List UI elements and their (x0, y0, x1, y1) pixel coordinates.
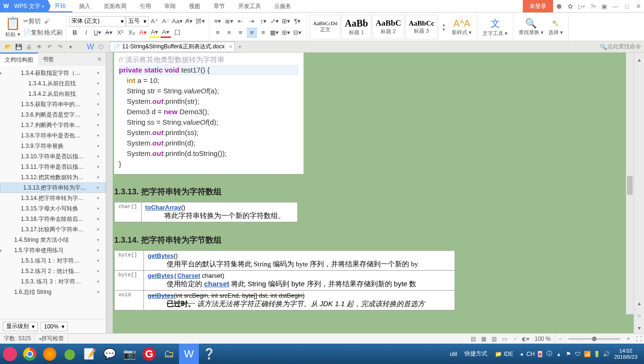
preview-icon[interactable]: 👁 (34, 44, 45, 50)
align-center-icon[interactable]: ≡ (224, 27, 234, 38)
tabs-icon[interactable]: ⊞▾ (281, 16, 291, 27)
paste-button[interactable]: 📋粘贴 ▾ (3, 15, 22, 39)
taskbar-spring-icon[interactable]: ⬤ (60, 344, 80, 364)
scroll-thumb[interactable] (627, 176, 633, 195)
zoom-handle[interactable] (592, 337, 597, 341)
outline-item[interactable]: 1.5.2.练习 2：统计指…▾ (0, 266, 106, 276)
tray-battery-icon[interactable]: 🔋 (592, 351, 601, 357)
view-icon5[interactable]: ▫ (510, 336, 520, 342)
close-icon[interactable]: ✕ (633, 0, 644, 12)
tab-review[interactable]: 审阅 (158, 0, 182, 12)
text-tool-button[interactable]: 文文字工具 ▾ (481, 15, 510, 39)
shrink-font-icon[interactable]: A⁻ (161, 16, 171, 27)
outline-item[interactable]: 1.3.17.比较两个字符串…▾ (0, 224, 106, 235)
select-button[interactable]: ↖选择 ▾ (546, 15, 565, 39)
taskbar-firefox-icon[interactable] (40, 344, 60, 364)
align-dist-icon[interactable]: ≡ (258, 27, 268, 38)
bold-icon[interactable]: B (70, 27, 80, 38)
outline-item[interactable]: 1.3.4.1.从前往后找▾ (0, 78, 106, 89)
view-print-icon[interactable]: ▤ (468, 336, 479, 342)
outline-item[interactable]: 1.3.15.字母大小写转换▾ (0, 203, 106, 214)
outline-item[interactable]: 1.5.3. 练习 3：对字符…▾ (0, 276, 106, 287)
zoom-in-icon[interactable]: + (623, 336, 634, 342)
taskbar-netease-icon[interactable]: G (139, 344, 159, 364)
tab-section[interactable]: 章节 (207, 0, 232, 12)
outline-item[interactable]: 1.3.11.字符串是否以指…▾ (0, 162, 106, 172)
style-h2[interactable]: AaBbC标题 2 (372, 15, 404, 39)
wps-home-icon[interactable]: W (85, 43, 96, 51)
highlight-icon[interactable]: A▾ (149, 27, 160, 38)
style-h3[interactable]: AaBbCc标题 3 (405, 15, 438, 39)
style-h1[interactable]: AaBb标题 1 (341, 15, 371, 39)
tab-insert[interactable]: 插入 (72, 0, 97, 12)
shading-icon[interactable]: ▦▾ (269, 27, 280, 38)
tab-view[interactable]: 视图 (182, 0, 207, 12)
grow-font-icon[interactable]: A⁺ (149, 16, 160, 27)
help-icon[interactable]: ?▾ (587, 0, 599, 12)
view-outline-icon[interactable]: ▥ (489, 336, 500, 342)
cell-marg-icon[interactable]: ⊞▾ (281, 27, 291, 38)
feedback-icon[interactable]: ✿ (564, 0, 576, 12)
superscript-icon[interactable]: X² (115, 27, 125, 38)
taskbar-camera-icon[interactable]: 📷 (119, 344, 139, 364)
inc-indent-icon[interactable]: ⇥ (247, 16, 257, 27)
cloud-icon[interactable]: ⬡ (96, 44, 106, 50)
zoom-out-icon[interactable]: − (555, 336, 565, 342)
start-button[interactable] (0, 344, 20, 364)
outline-item[interactable]: 1.3.13.把字符串转为字…▾ (0, 182, 106, 193)
outline-item[interactable]: 1.3.6.判断是否是空字…▾ (0, 109, 106, 120)
show-marks-icon[interactable]: ¶▾ (292, 16, 303, 27)
outline-item[interactable]: 1.3.9.字符串替换▾ (0, 141, 106, 151)
styles-more-icon[interactable]: ▴▾ (438, 22, 449, 32)
taskbar-label-shortcut[interactable]: 快捷方式 (461, 350, 491, 358)
tab-bookmark[interactable]: 书签 (38, 53, 59, 66)
find-replace-button[interactable]: 🔍查找替换 ▾ (517, 15, 546, 39)
align-justify-icon[interactable]: ≡ (247, 27, 257, 38)
open-icon[interactable]: 📂 (3, 44, 13, 50)
scrollbar-vertical[interactable] (626, 53, 634, 314)
outline-item[interactable]: ▸1.5.字符串使用练习▾ (0, 245, 106, 255)
outline-item[interactable]: 1.3.12.把其他数据转为…▾ (0, 172, 106, 182)
tab-cloud[interactable]: 云服务 (268, 0, 298, 12)
tab-layout[interactable]: 页面布局 (97, 0, 133, 12)
font-size-select[interactable]: 五号▾ (126, 16, 149, 27)
format-painter-button[interactable]: 格式刷 (44, 27, 63, 38)
tray-arrow-icon[interactable]: ▴ (555, 351, 563, 357)
char-border-icon[interactable]: 囗 (172, 27, 182, 38)
tray-ime-icon[interactable]: 🀄 (536, 351, 544, 357)
taskbar-ide[interactable]: 📁 IDE (491, 351, 517, 357)
line-space-icon[interactable]: ↕▾ (258, 16, 268, 27)
underline-icon[interactable]: U▾ (92, 27, 103, 38)
print-icon[interactable]: 🖨 (24, 44, 34, 50)
font-name-select[interactable]: 宋体 (正文)▾ (69, 16, 126, 27)
dec-indent-icon[interactable]: ⇤ (235, 16, 246, 27)
document-tab[interactable]: 📄 11-String&StringBuffer&正则表达式.docx ✕ (110, 42, 235, 52)
tab-home[interactable]: 开始 (48, 0, 72, 12)
taskbar-explorer-icon[interactable]: 🗂 (159, 344, 179, 364)
tab-dev[interactable]: 开发工具 (232, 0, 268, 12)
word-count[interactable]: 字数: 5325 (0, 334, 35, 344)
tray-clock[interactable]: 14:022018/6/23 (611, 348, 640, 360)
clear-fmt-icon[interactable]: A̸▾ (184, 16, 194, 27)
zoom-slider[interactable] (568, 338, 620, 340)
taskbar-chat-icon[interactable]: 💬 (99, 344, 119, 364)
tab-outline[interactable]: 文档结构图 (0, 53, 38, 66)
borders-icon[interactable]: ⊟▾ (292, 27, 303, 38)
login-button[interactable]: 未登录 (523, 0, 553, 12)
outline-item[interactable]: 1.3.5.获取字符串中的…▾ (0, 99, 106, 109)
outline-item[interactable]: ▸1.3.4.获取指定字符（…▾ (0, 68, 106, 78)
phonetic-icon[interactable]: 拼▾ (195, 16, 206, 27)
taskbar-help-icon[interactable]: ❔ (199, 344, 219, 364)
align-left-icon[interactable]: ≡ (213, 27, 223, 38)
nav-up-icon[interactable]: ▴ (634, 55, 644, 65)
outline-item[interactable]: 1.3.8.字符串中是否包…▾ (0, 130, 106, 141)
tray-volume-icon[interactable]: 🔊 (602, 351, 610, 357)
taskbar-wps-icon[interactable]: W (179, 344, 199, 364)
taskbar-notepad-icon[interactable]: 📝 (80, 344, 99, 364)
font-color-icon[interactable]: A▾ (161, 27, 171, 38)
view-web-icon[interactable]: ▦ (479, 336, 489, 342)
spell-check[interactable]: ▪ 拼写检查 (35, 334, 68, 344)
night-mode-icon[interactable]: ◐▾ (520, 336, 531, 342)
subscript-icon[interactable]: X₂ (126, 27, 137, 38)
cut-button[interactable]: ✂ 剪切 (23, 16, 41, 27)
